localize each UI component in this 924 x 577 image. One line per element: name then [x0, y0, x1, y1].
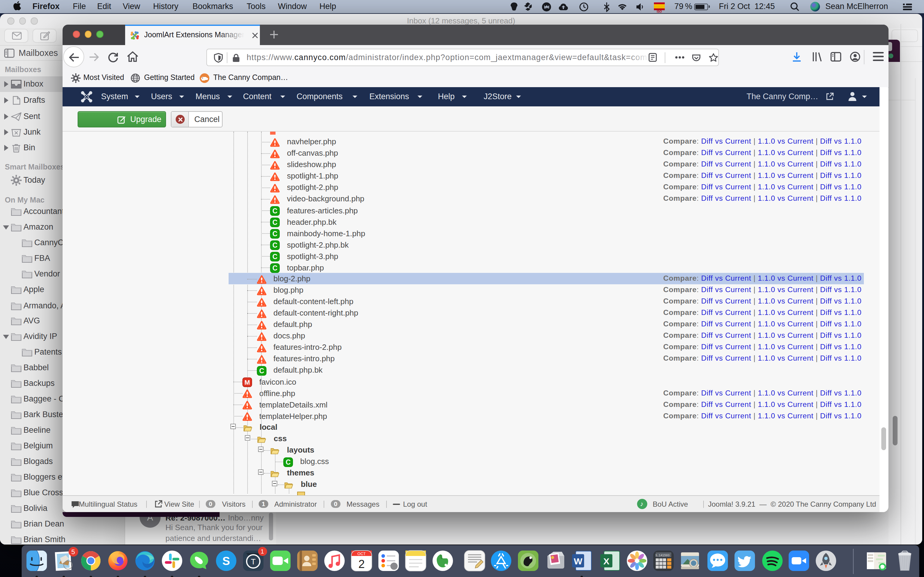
svg-text:C: C	[273, 253, 278, 261]
svg-text:S: S	[222, 554, 229, 567]
svg-text:C: C	[273, 219, 278, 226]
svg-text:W: W	[573, 556, 582, 566]
svg-text:OCT: OCT	[357, 551, 365, 556]
svg-text:C: C	[273, 207, 278, 215]
svg-text:C: C	[259, 367, 264, 374]
svg-text:C: C	[273, 264, 278, 272]
svg-text:3.141593: 3.141593	[655, 554, 670, 557]
svg-text:C: C	[273, 241, 278, 249]
svg-text:M: M	[244, 379, 250, 386]
svg-text:C: C	[286, 458, 291, 466]
svg-text:C: C	[273, 230, 278, 238]
svg-text:X: X	[603, 556, 609, 566]
svg-text:2: 2	[358, 558, 364, 570]
svg-text:T: T	[250, 557, 255, 566]
